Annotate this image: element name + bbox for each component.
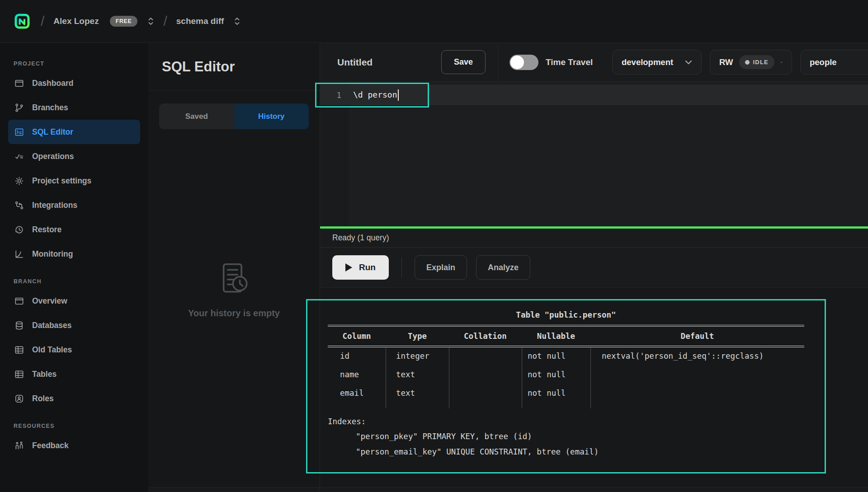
sidebar-item-overview[interactable]: Overview <box>8 289 140 313</box>
table-cell: name <box>328 366 386 384</box>
breadcrumb-separator: / <box>163 14 167 29</box>
index-line: "person_email_key" UNIQUE CONSTRAINT, bt… <box>328 444 804 459</box>
editor-main: Untitled Save Time Travel development RW… <box>320 43 868 492</box>
empty-history-icon <box>215 259 254 298</box>
table-cell-extension <box>386 403 449 408</box>
line-number: 1 <box>320 90 349 100</box>
table-cell-extension <box>522 403 590 408</box>
play-icon <box>345 263 352 272</box>
sidebar-item-old-tables[interactable]: Old Tables <box>8 337 140 362</box>
sidebar-item-branches[interactable]: Branches <box>8 95 140 120</box>
sidebar: PROJECT Dashboard Branches SQL Editor Op… <box>0 43 148 492</box>
sidebar-item-tables[interactable]: Tables <box>8 362 140 386</box>
neon-logo-icon[interactable] <box>13 12 32 31</box>
text-cursor <box>398 89 399 101</box>
compute-selector[interactable]: RW IDLE <box>710 50 792 75</box>
sidebar-item-label: Dashboard <box>32 79 73 88</box>
database-selector[interactable]: people <box>800 50 868 75</box>
sidebar-item-project-settings[interactable]: Project settings <box>8 169 140 193</box>
table-cell <box>449 384 522 403</box>
sidebar-item-label: Integrations <box>32 201 77 210</box>
result-table-title: Table "public.person" <box>328 307 804 325</box>
results-footer <box>320 487 868 492</box>
sidebar-item-label: SQL Editor <box>32 127 73 137</box>
result-table-header: Column Type Collation Nullable Default <box>328 327 804 346</box>
database-selector-value: people <box>810 57 837 67</box>
status-dot-icon <box>745 60 750 65</box>
status-bar: Ready (1 query) <box>320 229 868 248</box>
sidebar-item-integrations[interactable]: Integrations <box>8 193 140 217</box>
result-table-body: id integer not null nextval('person_id_s… <box>328 347 804 408</box>
time-travel-label: Time Travel <box>546 57 593 67</box>
sidebar-section-project: PROJECT <box>14 61 135 67</box>
indexes-section: Indexes: "person_pkey" PRIMARY KEY, btre… <box>328 414 804 459</box>
branches-icon <box>14 103 24 113</box>
sidebar-item-label: Overview <box>32 296 67 306</box>
chevron-down-icon <box>685 60 692 65</box>
project-switcher-icon[interactable] <box>234 16 241 27</box>
table-cell: not null <box>522 347 590 366</box>
status-text: Ready (1 query) <box>332 233 389 243</box>
save-button[interactable]: Save <box>441 50 486 74</box>
overview-icon <box>14 296 24 306</box>
column-header: Type <box>386 327 449 346</box>
sidebar-item-sql-editor[interactable]: SQL Editor <box>8 120 140 144</box>
column-header: Collation <box>449 327 522 346</box>
account-name[interactable]: Alex Lopez <box>53 16 99 26</box>
results-panel: Table "public.person" Column Type Collat… <box>320 288 868 492</box>
table-cell-extension <box>328 403 386 408</box>
code-text: \d person <box>353 89 399 101</box>
sql-editor-panel: SQL Editor Saved History Your history is… <box>148 43 320 492</box>
topbar: / Alex Lopez FREE / schema diff <box>0 0 868 43</box>
sidebar-item-label: Old Tables <box>32 345 72 355</box>
tab-saved[interactable]: Saved <box>159 103 234 129</box>
table-cell <box>590 366 804 384</box>
code-editor[interactable]: 1 \d person <box>320 82 868 226</box>
panel-footer <box>148 487 320 492</box>
sidebar-item-label: Monitoring <box>32 249 73 259</box>
sidebar-item-restore[interactable]: Restore <box>8 217 140 242</box>
compute-status-badge: IDLE <box>739 55 774 69</box>
operations-icon <box>14 151 24 162</box>
table-icon <box>14 345 24 355</box>
analyze-button[interactable]: Analyze <box>476 255 530 280</box>
sidebar-item-label: Databases <box>32 321 72 330</box>
sidebar-item-databases[interactable]: Databases <box>8 313 140 337</box>
sidebar-item-monitoring[interactable]: Monitoring <box>8 242 140 266</box>
sidebar-item-label: Project settings <box>32 176 91 186</box>
query-title[interactable]: Untitled <box>337 57 441 68</box>
table-cell <box>449 366 522 384</box>
account-switcher-icon[interactable] <box>147 16 154 27</box>
monitoring-icon <box>14 249 24 259</box>
sidebar-section-branch: BRANCH <box>14 278 135 285</box>
page-title: SQL Editor <box>148 43 320 91</box>
compute-mode: RW <box>719 57 733 67</box>
sidebar-item-operations[interactable]: Operations <box>8 144 140 169</box>
table-cell: email <box>328 384 386 403</box>
sidebar-item-label: Roles <box>32 394 54 403</box>
sidebar-item-label: Branches <box>32 103 68 112</box>
table-cell <box>590 384 804 403</box>
project-name[interactable]: schema diff <box>176 16 224 26</box>
history-empty-state: Your history is empty <box>148 259 320 319</box>
actions-bar: Run Explain Analyze <box>320 248 868 288</box>
feedback-icon <box>14 440 24 451</box>
toolbar-divider <box>498 43 498 81</box>
table-cell-extension <box>590 403 804 408</box>
annotation-box-results: Table "public.person" Column Type Collat… <box>306 299 826 473</box>
roles-icon <box>14 394 24 404</box>
branch-selector[interactable]: development <box>612 50 702 75</box>
code-line[interactable]: 1 \d person <box>320 85 868 105</box>
time-travel-toggle[interactable] <box>509 55 538 70</box>
sidebar-item-feedback[interactable]: Feedback <box>8 433 140 458</box>
explain-button[interactable]: Explain <box>415 255 467 280</box>
gear-icon <box>14 176 24 186</box>
editor-toolbar: Untitled Save Time Travel development RW… <box>320 43 868 82</box>
sidebar-item-roles[interactable]: Roles <box>8 386 140 411</box>
integrations-icon <box>14 200 24 211</box>
run-button[interactable]: Run <box>332 255 389 280</box>
sidebar-item-dashboard[interactable]: Dashboard <box>8 71 140 95</box>
tab-history[interactable]: History <box>234 103 309 129</box>
sidebar-item-label: Feedback <box>32 441 69 450</box>
breadcrumb-separator: / <box>41 14 44 29</box>
